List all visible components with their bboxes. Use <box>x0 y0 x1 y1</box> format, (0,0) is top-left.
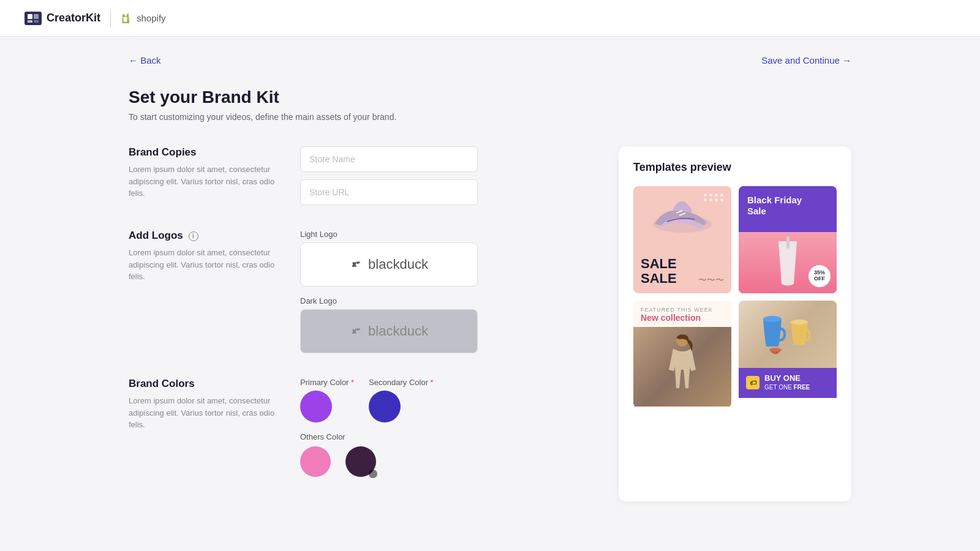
shopify-logo: shopify <box>121 12 166 24</box>
secondary-color-swatch[interactable] <box>369 391 401 422</box>
brand-colors-desc: Lorem ipsum dolor sit amet, consectetur … <box>129 395 276 431</box>
page-title: Set your Brand Kit <box>129 88 851 107</box>
t3-model-image <box>633 327 731 407</box>
back-button[interactable]: ← Back <box>129 55 161 66</box>
t3-header: FEATURED THIS WEEK New collection <box>633 301 731 327</box>
app-header: CreatorKit shopify <box>0 0 980 37</box>
template-card-1: SALE SALE 〜〜〜 <box>633 186 731 293</box>
svg-rect-1 <box>34 14 39 19</box>
primary-color-item: Primary Color * <box>300 378 354 422</box>
t4-promo-bar: 🏷 BUY ONEGET ONE FREE <box>739 368 837 398</box>
store-url-input[interactable] <box>300 179 478 205</box>
add-logos-desc: Lorem ipsum dolor sit amet, consectetur … <box>129 247 276 283</box>
add-logos-info: Add Logos i Lorem ipsum dolor sit amet, … <box>129 230 276 283</box>
light-logo-text: blackduck <box>350 257 428 272</box>
shoe-svg <box>649 193 716 236</box>
pottery-svg <box>757 307 818 362</box>
svg-rect-0 <box>28 14 32 19</box>
secondary-required: * <box>431 378 434 387</box>
others-color-label: Others Color <box>300 432 594 441</box>
logo-duck-icon <box>350 258 363 271</box>
brand-colors-title: Brand Colors <box>129 378 276 390</box>
svg-point-15 <box>769 348 782 351</box>
other-color-2-swatch[interactable] <box>345 446 376 477</box>
template-card-4: 🏷 BUY ONEGET ONE FREE <box>739 301 837 408</box>
svg-point-14 <box>791 320 808 324</box>
logo-fields: Light Logo blackduck <box>300 230 594 353</box>
brand-copies-info: Brand Copies Lorem ipsum dolor sit amet,… <box>129 146 276 200</box>
secondary-color-label: Secondary Color * <box>369 378 434 387</box>
brand-copies-desc: Lorem ipsum dolor sit amet, consectetur … <box>129 163 276 200</box>
t1-sale-text: SALE <box>641 257 677 271</box>
svg-rect-11 <box>786 236 790 249</box>
primary-color-label: Primary Color * <box>300 378 354 387</box>
store-name-input[interactable] <box>300 146 478 172</box>
templates-grid: SALE SALE 〜〜〜 Black FridaySale <box>633 186 837 408</box>
t4-product-image <box>739 301 837 368</box>
shopify-label: shopify <box>137 13 166 23</box>
t1-shoe-image <box>649 193 716 239</box>
light-logo-field: Light Logo blackduck <box>300 230 594 287</box>
t1-sale-block: SALE SALE <box>641 257 677 286</box>
primary-required: * <box>351 378 354 387</box>
shopify-icon <box>121 12 133 24</box>
secondary-color-item: Secondary Color * <box>369 378 434 422</box>
t4-tag-icon: 🏷 <box>746 376 760 389</box>
dark-logo-label: Dark Logo <box>300 296 594 305</box>
template-card-2: Black FridaySale 35%OFF <box>739 186 837 293</box>
brand-colors-layout: Brand Colors Lorem ipsum dolor sit amet,… <box>129 378 594 477</box>
light-logo-brand: blackduck <box>368 257 428 272</box>
brand-copies-layout: Brand Copies Lorem ipsum dolor sit amet,… <box>129 146 594 205</box>
t2-title: Black FridaySale <box>747 195 828 217</box>
t1-wave-decoration: 〜〜〜 <box>698 275 724 286</box>
t3-featured-label: FEATURED THIS WEEK <box>641 307 724 313</box>
primary-color-swatch[interactable] <box>300 391 332 422</box>
templates-preview-title: Templates preview <box>633 161 837 174</box>
dark-logo-text: blackduck <box>350 323 428 339</box>
save-continue-button[interactable]: Save and Continue → <box>761 55 851 66</box>
svg-rect-2 <box>28 20 32 23</box>
creatorkit-logo: CreatorKit <box>24 12 100 25</box>
info-icon: i <box>189 231 198 241</box>
dark-logo-brand: blackduck <box>368 323 428 339</box>
light-logo-upload[interactable]: blackduck <box>300 242 478 287</box>
add-logos-layout: Add Logos i Lorem ipsum dolor sit amet, … <box>129 230 594 353</box>
header-divider <box>110 10 111 27</box>
add-logos-title: Add Logos i <box>129 230 276 242</box>
templates-preview-panel: Templates preview <box>619 146 851 501</box>
primary-secondary-row: Primary Color * Secondary Color * <box>300 378 594 422</box>
dark-logo-upload[interactable]: blackduck <box>300 309 478 353</box>
person-svg <box>664 333 701 400</box>
brand-colors-info: Brand Colors Lorem ipsum dolor sit amet,… <box>129 378 276 431</box>
add-logos-section: Add Logos i Lorem ipsum dolor sit amet, … <box>129 230 594 353</box>
t1-bottom: SALE SALE 〜〜〜 <box>641 257 724 286</box>
page-subtitle: To start customizing your videos, define… <box>129 112 851 122</box>
light-logo-label: Light Logo <box>300 230 594 239</box>
cup-svg <box>769 235 806 290</box>
brand-colors-section: Brand Colors Lorem ipsum dolor sit amet,… <box>129 378 594 477</box>
brand-copies-title: Brand Copies <box>129 146 276 159</box>
dark-logo-duck-icon <box>350 324 363 338</box>
others-color-row <box>300 446 594 477</box>
t2-discount-badge: 35%OFF <box>809 265 831 287</box>
t4-promo-text: BUY ONEGET ONE FREE <box>764 374 810 392</box>
content-grid: Brand Copies Lorem ipsum dolor sit amet,… <box>129 146 851 501</box>
svg-point-13 <box>763 316 782 322</box>
left-column: Brand Copies Lorem ipsum dolor sit amet,… <box>129 146 594 501</box>
t3-collection-title: New collection <box>641 313 724 323</box>
svg-point-5 <box>353 261 355 263</box>
svg-point-7 <box>353 328 355 329</box>
svg-rect-3 <box>34 20 39 23</box>
brand-name: CreatorKit <box>47 12 100 24</box>
template-card-3: FEATURED THIS WEEK New collection <box>633 301 731 408</box>
nav-row: ← Back Save and Continue → <box>129 55 851 66</box>
others-color-section: Others Color <box>300 432 594 477</box>
dark-logo-field: Dark Logo blackduck <box>300 296 594 353</box>
color-cursor <box>369 470 377 478</box>
colors-grid: Primary Color * Secondary Color * <box>300 378 594 477</box>
t1-sale-text-2: SALE <box>641 271 677 286</box>
other-color-1-swatch[interactable] <box>300 446 331 477</box>
logo-icon <box>24 12 42 25</box>
brand-copies-fields <box>300 146 594 205</box>
brand-copies-section: Brand Copies Lorem ipsum dolor sit amet,… <box>129 146 594 205</box>
